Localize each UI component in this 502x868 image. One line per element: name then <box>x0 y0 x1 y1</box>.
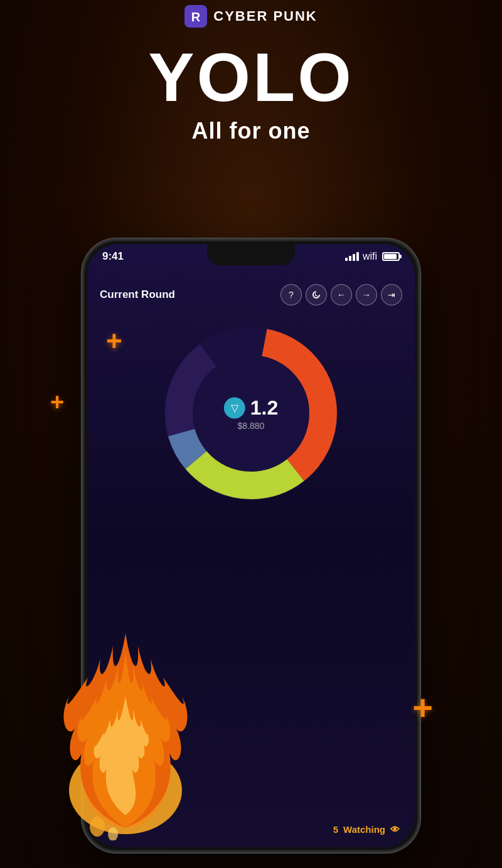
chart-center: ▽ 1.2 $8.880 <box>224 396 278 431</box>
chart-token-row: ▽ 1.2 <box>224 396 278 420</box>
brand-name: CYBER PUNK <box>213 8 317 24</box>
plus-decoration-bottom-right: + <box>412 687 433 728</box>
flame-svg <box>44 627 207 840</box>
round-bar: Current Round ? ← → ⇥ <box>87 275 415 310</box>
status-time: 9:41 <box>102 250 124 263</box>
chart-value: 1.2 <box>250 396 278 420</box>
forward-button[interactable]: → <box>356 284 377 305</box>
chart-area: ▽ 1.2 $8.880 <box>157 319 345 507</box>
token-icon: ▽ <box>224 397 245 418</box>
help-button[interactable]: ? <box>280 284 302 305</box>
wifi-icon: wifi <box>363 251 377 262</box>
phone-mockup: + + 9:41 wifi <box>82 238 420 853</box>
hero-section: YOLO All for one <box>0 43 502 144</box>
watching-label: Watching <box>343 824 385 835</box>
status-icons: wifi <box>345 251 400 262</box>
plus-decoration-left: + <box>50 389 64 416</box>
hero-subtitle: All for one <box>0 118 502 144</box>
history-button[interactable] <box>306 284 327 305</box>
flame-decoration <box>44 627 207 840</box>
back-button[interactable]: ← <box>331 284 352 305</box>
watching-count: 5 <box>333 824 338 835</box>
eye-icon: 👁 <box>390 824 400 835</box>
svg-text:R: R <box>191 10 201 24</box>
hero-title: YOLO <box>0 43 502 112</box>
svg-point-11 <box>90 817 105 837</box>
watching-bar: 5 Watching 👁 <box>333 824 400 835</box>
signal-icon <box>345 252 359 261</box>
svg-point-12 <box>108 827 118 840</box>
history-icon <box>311 290 321 300</box>
battery-icon <box>382 252 400 261</box>
round-label: Current Round <box>100 288 175 301</box>
chart-usd: $8.880 <box>238 421 265 431</box>
brand-logo-icon: R <box>184 5 207 28</box>
last-button[interactable]: ⇥ <box>381 284 402 305</box>
phone-notch <box>207 244 295 265</box>
plus-icon-app: + <box>106 326 122 357</box>
nav-buttons: ? ← → ⇥ <box>280 284 402 305</box>
header: R CYBER PUNK <box>0 5 502 28</box>
